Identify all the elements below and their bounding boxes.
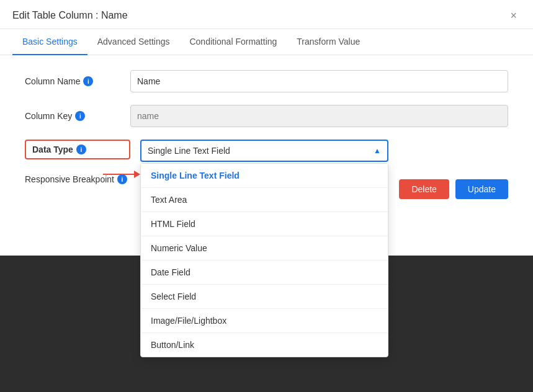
update-button[interactable]: Update: [455, 179, 508, 199]
data-type-control: Single Line Text Field ▲ Single Line Tex…: [140, 140, 508, 162]
close-button[interactable]: ×: [506, 9, 521, 22]
tab-transform-value[interactable]: Transform Value: [287, 29, 370, 55]
modal-footer: Delete Update: [399, 179, 508, 199]
modal-header: Edit Table Column : Name ×: [0, 0, 533, 29]
column-key-row: Column Key i: [25, 105, 508, 127]
dropdown-item-button-link[interactable]: Button/Link: [141, 333, 388, 357]
tab-basic-settings[interactable]: Basic Settings: [12, 29, 87, 55]
data-type-label-box: Data Type i: [25, 140, 130, 159]
dropdown-item-select-field[interactable]: Select Field: [141, 285, 388, 308]
data-type-select[interactable]: Single Line Text Field ▲: [140, 140, 388, 162]
column-key-label: Column Key i: [25, 111, 130, 121]
data-type-info-icon[interactable]: i: [76, 145, 86, 154]
dropdown-arrow: [103, 171, 140, 178]
dropdown-item-html-field[interactable]: HTML Field: [141, 212, 388, 236]
arrow-head: [134, 171, 140, 178]
column-name-row: Column Name i: [25, 70, 508, 92]
column-key-input[interactable]: [130, 105, 508, 127]
modal-content-area: Column Name i Column Key i Data Type i: [0, 55, 533, 392]
data-type-row: Data Type i Single Line Text Field ▲: [25, 140, 508, 162]
modal-body: Column Name i Column Key i Data Type i: [0, 55, 533, 212]
column-name-label: Column Name i: [25, 76, 130, 86]
column-name-input[interactable]: [130, 70, 508, 92]
data-type-dropdown: Single Line Text Field Text Area HTML Fi…: [140, 163, 388, 357]
chevron-up-icon: ▲: [374, 146, 381, 155]
tabs-bar: Basic Settings Advanced Settings Conditi…: [0, 29, 533, 55]
modal-title: Edit Table Column : Name: [12, 10, 128, 21]
dropdown-item-image-file[interactable]: Image/File/Lightbox: [141, 309, 388, 332]
tab-advanced-settings[interactable]: Advanced Settings: [87, 29, 180, 55]
column-name-info-icon[interactable]: i: [83, 76, 93, 86]
edit-table-column-modal: Edit Table Column : Name × Basic Setting…: [0, 0, 533, 392]
dropdown-item-numeric[interactable]: Numeric Value: [141, 236, 388, 260]
column-key-info-icon[interactable]: i: [75, 111, 85, 121]
arrow-line: [103, 174, 134, 175]
delete-button[interactable]: Delete: [399, 179, 449, 199]
dropdown-item-text-area[interactable]: Text Area: [141, 188, 388, 212]
tab-conditional-formatting[interactable]: Conditional Formatting: [179, 29, 287, 55]
dropdown-item-date-field[interactable]: Date Field: [141, 261, 388, 284]
dropdown-item-single-line[interactable]: Single Line Text Field: [141, 164, 388, 187]
